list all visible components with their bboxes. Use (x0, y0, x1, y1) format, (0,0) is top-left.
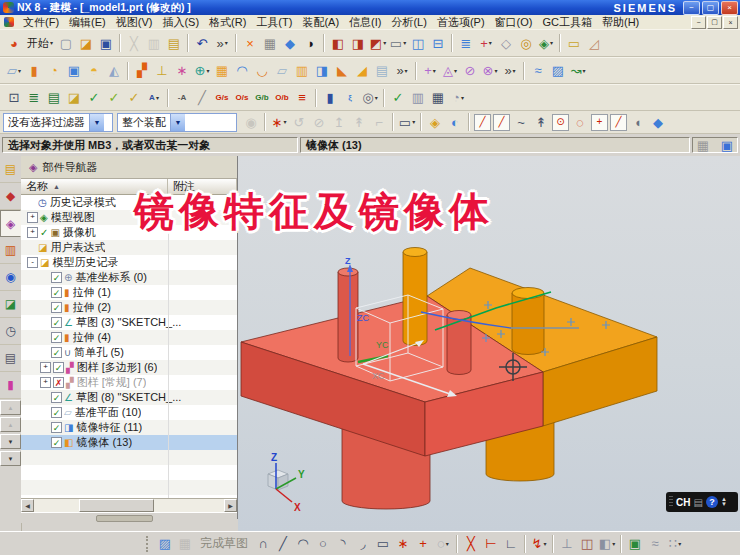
ellipse-icon[interactable]: ◌▾ (433, 534, 453, 554)
splitter-handle[interactable] (96, 515, 153, 522)
snap-center-icon[interactable]: ⊙ (552, 114, 569, 131)
pane-right-icon[interactable]: ⊟ (428, 33, 448, 53)
work-view-icon[interactable]: ▣ (717, 137, 737, 153)
window-layout-icon[interactable]: ▭▾ (388, 33, 408, 53)
tree-item-12[interactable]: +✗▞图样 [常规] (7) (21, 375, 237, 390)
toolbar-overflow-icon[interactable]: »▾ (212, 33, 232, 53)
snap-endpoint-icon[interactable]: ╱ (474, 114, 491, 131)
update-display-icon[interactable]: ▦ (260, 33, 280, 53)
snap-curve-icon[interactable]: ~ (511, 112, 531, 132)
section-tool-icon[interactable]: ◔▾ (448, 88, 468, 108)
sync-pencil-icon[interactable]: ╱ (192, 88, 212, 108)
part-list-icon[interactable]: ▥ (408, 88, 428, 108)
process-studio-icon[interactable]: ▤ (0, 345, 21, 372)
dock-bottom-icon[interactable]: ▼ (0, 451, 21, 466)
checkbox-checked-icon[interactable]: ✓ (51, 272, 62, 283)
menu-item-3[interactable]: 插入(S) (157, 15, 204, 29)
start-button-icon[interactable]: 开始▾ (24, 33, 56, 53)
quick-trim-icon[interactable]: ↯▾ (529, 534, 549, 554)
snap-midpoint-icon[interactable]: ╱ (493, 114, 510, 131)
studio-spline-icon[interactable]: ∗ (393, 534, 413, 554)
checkbox-checked-icon[interactable]: ✓ (51, 422, 62, 433)
snap-intersection-icon[interactable]: + (591, 114, 608, 131)
unite-icon[interactable]: ⊕▾ (192, 61, 212, 81)
extend-icon[interactable]: ⊢ (481, 534, 501, 554)
rectangle-icon[interactable]: ▭ (373, 534, 393, 554)
menu-item-5[interactable]: 工具(T) (251, 15, 297, 29)
expand-icon[interactable]: + (40, 377, 51, 388)
snap-tangent-icon[interactable]: ╱ (610, 114, 627, 131)
checkbox-checked-icon[interactable]: ✓ (51, 437, 62, 448)
nx-logo-icon[interactable]: ◕ (4, 33, 24, 53)
part-navigator-icon[interactable]: ◈ (0, 210, 21, 237)
menu-item-7[interactable]: 信息(I) (344, 15, 386, 29)
language-indicator[interactable]: CH (676, 497, 690, 508)
doc-restore-button[interactable]: ▢ (707, 16, 722, 29)
tube-tool-icon[interactable]: ◎▾ (360, 88, 380, 108)
tree-item-11[interactable]: +✓▞图样 [多边形] (6) (21, 360, 237, 375)
tree-item-14[interactable]: ✓▱基准平面 (10) (21, 405, 237, 420)
paste-icon[interactable]: ▤ (164, 33, 184, 53)
doc-close-button[interactable]: × (723, 16, 738, 29)
snap-face-icon[interactable]: ◖ (628, 112, 648, 132)
scroll-thumb[interactable] (79, 499, 154, 512)
fillet-icon[interactable]: ◝ (333, 534, 353, 554)
datum-plane-tool-icon[interactable]: ⊥ (152, 61, 172, 81)
snap-pole-icon[interactable]: ↟ (531, 112, 551, 132)
menu-item-2[interactable]: 视图(V) (111, 15, 158, 29)
web-browser-icon[interactable]: ◉ (0, 264, 21, 291)
show-hide-icon[interactable]: ◈▾ (536, 33, 556, 53)
tree-item-16[interactable]: ✓◧镜像体 (13) (21, 435, 237, 450)
checkbox-checked-icon[interactable]: ✓ (51, 317, 62, 328)
tree-item-6[interactable]: ✓▮拉伸 (1) (21, 285, 237, 300)
arc-icon[interactable]: ◠ (293, 534, 313, 554)
tree-item-15[interactable]: ✓◨镜像特征 (11) (21, 420, 237, 435)
snap-point-icon[interactable]: ∗▾ (269, 112, 289, 132)
tree-item-9[interactable]: ✓▮拉伸 (4) (21, 330, 237, 345)
circle-icon[interactable]: ○ (313, 534, 333, 554)
scroll-right-icon[interactable]: ▶ (224, 499, 237, 512)
langbar-grip[interactable] (669, 496, 673, 508)
scroll-track[interactable] (34, 499, 224, 512)
text-tool-icon[interactable]: A▾ (144, 88, 164, 108)
chamfer-icon[interactable]: ◞ (353, 534, 373, 554)
checkbox-checked-icon[interactable]: ✓ (53, 362, 64, 373)
checkbox-checked-icon[interactable]: ✓ (51, 392, 62, 403)
delete-face-icon[interactable]: ◬▾ (440, 61, 460, 81)
new-file-icon[interactable]: ▢ (56, 33, 76, 53)
spring-tool-icon[interactable]: ξ (340, 88, 360, 108)
check-spline-icon[interactable]: ✓ (104, 88, 124, 108)
tree-item-13[interactable]: ✓∠草图 (8) "SKETCH_... (21, 390, 237, 405)
line-icon[interactable]: ╱ (273, 534, 293, 554)
dimensions-icon[interactable]: ◫ (577, 534, 597, 554)
bend-icon[interactable]: ◡ (252, 61, 272, 81)
block-icon[interactable]: ▣ (64, 61, 84, 81)
checkbox-checked-icon[interactable]: ✓ (51, 347, 62, 358)
expand-icon[interactable]: + (27, 227, 38, 238)
menu-item-0[interactable]: 文件(F) (18, 15, 64, 29)
checkbox-checked-icon[interactable]: ✓ (51, 287, 62, 298)
shaded-view-icon[interactable]: ◆ (280, 33, 300, 53)
menu-item-8[interactable]: 分析(L) (386, 15, 431, 29)
doc-minimize-button[interactable]: − (691, 16, 706, 29)
cylinder-tool-icon[interactable]: ▮ (320, 88, 340, 108)
language-bar[interactable]: CH ▤ ? ▲▼ (666, 492, 738, 512)
selection-scope-dropdown[interactable]: 整个装配 ▼ (117, 113, 237, 132)
thicken-icon[interactable]: ◨ (312, 61, 332, 81)
pattern-feature-icon[interactable]: ▞ (132, 61, 152, 81)
pane-left-icon[interactable]: ◫ (408, 33, 428, 53)
replace-face-icon[interactable]: ⊗▾ (480, 61, 500, 81)
suppressed-checkbox-icon[interactable]: ✗ (53, 377, 64, 388)
sketch-task-icon[interactable]: ▨ (155, 534, 175, 554)
profile-icon[interactable]: ∩ (253, 534, 273, 554)
measure-angle-icon[interactable]: ◿ (584, 33, 604, 53)
snap-body-icon[interactable]: ◆ (648, 112, 668, 132)
shell-icon[interactable]: ▥ (292, 61, 312, 81)
feature-overflow-icon[interactable]: »▾ (392, 61, 412, 81)
history-palette-icon[interactable]: ◪ (0, 291, 21, 318)
point-set-icon[interactable]: ∗ (172, 61, 192, 81)
menu-item-4[interactable]: 格式(R) (204, 15, 251, 29)
menu-item-6[interactable]: 装配(A) (297, 15, 344, 29)
roles-icon[interactable]: ▮ (0, 372, 21, 399)
system-clock-icon[interactable]: ◷ (0, 318, 21, 345)
